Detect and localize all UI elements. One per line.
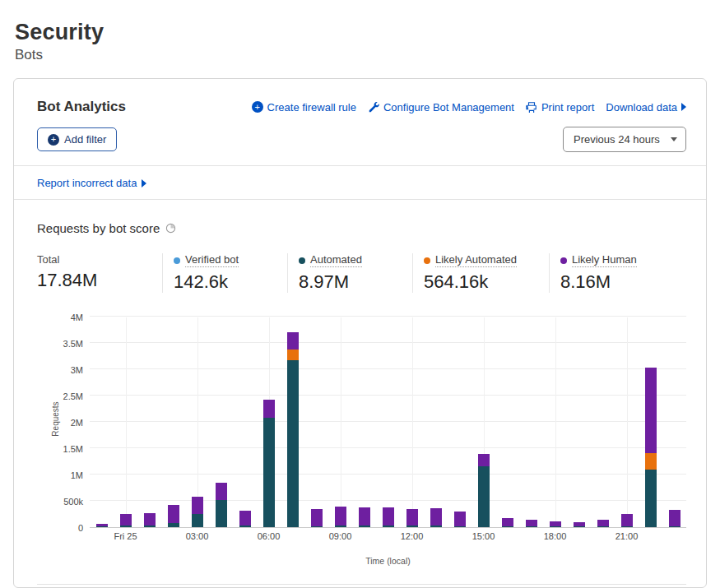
bar-segment-automated[interactable] (478, 466, 490, 527)
y-tick-label: 2M (71, 418, 83, 428)
bar-segment-likely-human[interactable] (359, 507, 370, 525)
card-header: Bot Analytics + Create firewall rule Con… (14, 79, 706, 115)
print-report-link[interactable]: Print report (526, 101, 594, 113)
stat-label: Total (37, 253, 59, 266)
stacked-bar[interactable] (406, 509, 418, 527)
bar-segment-likely-human[interactable] (597, 520, 609, 526)
stacked-bar[interactable] (311, 509, 323, 527)
stat-likely-automated[interactable]: Likely Automated564.16k (412, 253, 549, 293)
bar-segment-automated[interactable] (669, 526, 681, 527)
time-range-select[interactable]: Previous 24 hours (563, 127, 686, 152)
bar-cell (495, 317, 519, 527)
bar-segment-likely-human[interactable] (526, 520, 537, 526)
bar-segment-automated[interactable] (311, 526, 323, 527)
bar-segment-likely-automated[interactable] (645, 453, 657, 469)
bar-segment-likely-human[interactable] (621, 514, 633, 526)
bar-segment-automated[interactable] (239, 525, 251, 527)
bar-segment-likely-human[interactable] (192, 497, 203, 514)
bar-segment-automated[interactable] (645, 470, 657, 527)
bar-segment-likely-human[interactable] (263, 400, 275, 418)
stacked-bar[interactable] (645, 368, 657, 527)
chart: Requests 0500k1M1.5M2M2.5M3M3.5M4M Fri 2… (37, 317, 686, 566)
stat-likely-human[interactable]: Likely Human8.16M (549, 253, 685, 293)
stacked-bar[interactable] (144, 513, 156, 527)
bar-segment-automated[interactable] (526, 526, 537, 527)
stacked-bar[interactable] (454, 512, 466, 527)
bar-segment-likely-human[interactable] (216, 483, 227, 500)
bar-segment-likely-human[interactable] (239, 511, 251, 526)
download-data-link[interactable]: Download data (606, 101, 686, 113)
download-data-label: Download data (606, 101, 677, 113)
stacked-bar[interactable] (383, 507, 394, 527)
bar-segment-automated[interactable] (120, 525, 132, 527)
bar-segment-likely-automated[interactable] (287, 350, 299, 360)
stacked-bar[interactable] (574, 522, 585, 527)
bar-segment-automated[interactable] (621, 526, 633, 527)
stacked-bar[interactable] (120, 514, 132, 527)
section-title: Requests by bot score (37, 221, 160, 235)
bar-segment-automated[interactable] (574, 526, 585, 527)
stacked-bar[interactable] (430, 508, 442, 527)
bar-segment-automated[interactable] (335, 525, 346, 527)
bar-segment-automated[interactable] (192, 514, 203, 527)
bar-segment-automated[interactable] (430, 525, 442, 527)
stacked-bar[interactable] (168, 505, 179, 527)
stat-automated[interactable]: Automated8.97M (287, 253, 412, 293)
bar-segment-likely-human[interactable] (669, 510, 681, 526)
card-title: Bot Analytics (37, 99, 126, 115)
bar-segment-likely-human[interactable] (335, 507, 346, 525)
stacked-bar[interactable] (502, 518, 513, 528)
configure-bot-management-link[interactable]: Configure Bot Management (368, 101, 514, 113)
stacked-bar[interactable] (526, 520, 537, 527)
bar-segment-automated[interactable] (406, 525, 418, 527)
report-incorrect-data-link[interactable]: Report incorrect data (37, 177, 146, 189)
bar-cell (471, 317, 495, 527)
bar-segment-likely-human[interactable] (454, 512, 466, 526)
stacked-bar[interactable] (239, 511, 251, 527)
create-firewall-rule-link[interactable]: + Create firewall rule (252, 101, 356, 113)
bar-segment-automated[interactable] (216, 500, 227, 527)
stacked-bar[interactable] (550, 521, 561, 527)
stacked-bar[interactable] (478, 454, 490, 527)
bar-segment-likely-human[interactable] (478, 454, 490, 466)
bar-segment-automated[interactable] (287, 360, 299, 527)
bar-segment-automated[interactable] (263, 418, 275, 527)
bar-segment-likely-human[interactable] (645, 368, 657, 453)
bar-segment-likely-human[interactable] (430, 508, 442, 525)
bar-segment-automated[interactable] (96, 526, 108, 527)
stacked-bar[interactable] (263, 400, 275, 528)
page-title: Security (15, 20, 707, 45)
y-tick-label: 500k (63, 497, 83, 507)
bar-segment-automated[interactable] (597, 526, 609, 527)
stacked-bar[interactable] (335, 507, 346, 527)
stacked-bar[interactable] (669, 510, 681, 527)
time-pie-icon[interactable] (165, 223, 176, 234)
bar-segment-likely-human[interactable] (502, 518, 513, 527)
bar-cell (161, 317, 185, 527)
bar-segment-automated[interactable] (144, 525, 156, 527)
bar-segment-automated[interactable] (168, 523, 179, 527)
bar-segment-automated[interactable] (502, 526, 513, 527)
bar-segment-likely-human[interactable] (168, 505, 179, 523)
stacked-bar[interactable] (192, 497, 203, 527)
chart-plot (90, 317, 686, 528)
bar-segment-likely-human[interactable] (144, 513, 156, 525)
add-filter-button[interactable]: + Add filter (37, 127, 117, 151)
stacked-bar[interactable] (96, 524, 108, 527)
bar-segment-likely-human[interactable] (383, 507, 394, 525)
bar-segment-automated[interactable] (550, 526, 561, 527)
bar-segment-automated[interactable] (383, 525, 394, 527)
bar-cell (400, 317, 424, 527)
stacked-bar[interactable] (287, 332, 299, 527)
bar-segment-automated[interactable] (454, 526, 466, 527)
stacked-bar[interactable] (597, 520, 609, 527)
stacked-bar[interactable] (216, 483, 227, 527)
stacked-bar[interactable] (621, 514, 633, 527)
bar-segment-likely-human[interactable] (287, 332, 299, 350)
bar-segment-automated[interactable] (359, 525, 370, 527)
bar-segment-likely-human[interactable] (406, 509, 418, 525)
bar-segment-likely-human[interactable] (311, 509, 323, 526)
stacked-bar[interactable] (359, 507, 370, 527)
bar-segment-likely-human[interactable] (120, 514, 132, 525)
stat-verified-bot[interactable]: Verified bot142.6k (162, 253, 287, 293)
